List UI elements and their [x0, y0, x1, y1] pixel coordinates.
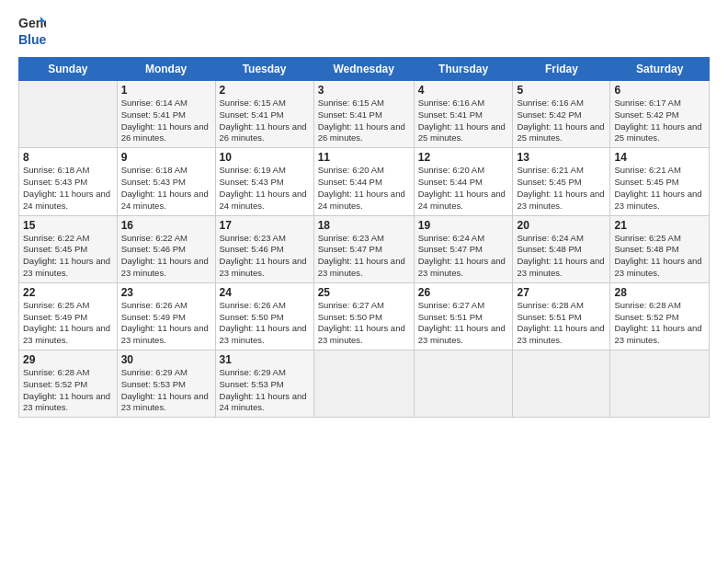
day-number: 19: [418, 219, 509, 232]
calendar-cell: 4Sunrise: 6:16 AMSunset: 5:41 PMDaylight…: [414, 81, 513, 148]
day-number: 9: [121, 151, 211, 164]
logo: General Blue: [18, 15, 46, 48]
day-number: 12: [418, 151, 509, 164]
day-number: 10: [220, 151, 310, 164]
day-number: 2: [220, 84, 310, 97]
cell-sun-info: Sunrise: 6:20 AMSunset: 5:44 PMDaylight:…: [418, 165, 509, 212]
day-number: 5: [517, 84, 606, 97]
day-number: 17: [220, 219, 310, 232]
calendar-cell: 17Sunrise: 6:23 AMSunset: 5:46 PMDayligh…: [215, 215, 313, 282]
calendar-cell: 30Sunrise: 6:29 AMSunset: 5:53 PMDayligh…: [117, 350, 215, 418]
cell-sun-info: Sunrise: 6:16 AMSunset: 5:42 PMDaylight:…: [517, 98, 606, 144]
cell-sun-info: Sunrise: 6:23 AMSunset: 5:46 PMDaylight:…: [220, 233, 310, 280]
calendar-cell: 21Sunrise: 6:25 AMSunset: 5:48 PMDayligh…: [610, 215, 710, 282]
day-number: 15: [23, 219, 113, 232]
cell-sun-info: Sunrise: 6:20 AMSunset: 5:44 PMDaylight:…: [318, 165, 410, 212]
cell-sun-info: Sunrise: 6:24 AMSunset: 5:48 PMDaylight:…: [517, 233, 606, 280]
calendar-table: SundayMondayTuesdayWednesdayThursdayFrid…: [18, 57, 710, 418]
day-number: 29: [23, 353, 113, 366]
gb-blue-icon: Blue: [18, 31, 46, 48]
calendar-cell: 9Sunrise: 6:18 AMSunset: 5:43 PMDaylight…: [117, 148, 215, 215]
column-header-sunday: Sunday: [19, 58, 118, 81]
cell-sun-info: Sunrise: 6:22 AMSunset: 5:46 PMDaylight:…: [121, 233, 211, 280]
calendar-cell: 3Sunrise: 6:15 AMSunset: 5:41 PMDaylight…: [313, 81, 414, 148]
day-number: 1: [121, 84, 211, 97]
calendar-week-row: 29Sunrise: 6:28 AMSunset: 5:52 PMDayligh…: [19, 350, 710, 418]
calendar-cell: 22Sunrise: 6:25 AMSunset: 5:49 PMDayligh…: [19, 282, 118, 350]
cell-sun-info: Sunrise: 6:27 AMSunset: 5:51 PMDaylight:…: [418, 300, 509, 347]
cell-sun-info: Sunrise: 6:29 AMSunset: 5:53 PMDaylight:…: [121, 367, 211, 414]
cell-sun-info: Sunrise: 6:28 AMSunset: 5:51 PMDaylight:…: [517, 300, 606, 347]
cell-sun-info: Sunrise: 6:24 AMSunset: 5:47 PMDaylight:…: [418, 233, 509, 280]
day-number: 8: [23, 151, 113, 164]
calendar-cell: 29Sunrise: 6:28 AMSunset: 5:52 PMDayligh…: [19, 350, 118, 418]
day-number: 20: [517, 219, 606, 232]
calendar-cell: 18Sunrise: 6:23 AMSunset: 5:47 PMDayligh…: [313, 215, 414, 282]
column-header-saturday: Saturday: [610, 58, 710, 81]
calendar-cell: [610, 350, 710, 418]
calendar-cell: 16Sunrise: 6:22 AMSunset: 5:46 PMDayligh…: [117, 215, 215, 282]
day-number: 11: [318, 151, 410, 164]
calendar-cell: [513, 350, 610, 418]
calendar-cell: 28Sunrise: 6:28 AMSunset: 5:52 PMDayligh…: [610, 282, 710, 350]
day-number: 28: [614, 286, 705, 299]
column-header-tuesday: Tuesday: [215, 58, 313, 81]
cell-sun-info: Sunrise: 6:17 AMSunset: 5:42 PMDaylight:…: [614, 98, 705, 144]
day-number: 14: [614, 151, 705, 164]
calendar-cell: 23Sunrise: 6:26 AMSunset: 5:49 PMDayligh…: [117, 282, 215, 350]
calendar-cell: 15Sunrise: 6:22 AMSunset: 5:45 PMDayligh…: [19, 215, 118, 282]
day-number: 26: [418, 286, 509, 299]
page: General Blue SundayMondayTuesdayWednesda…: [0, 0, 728, 563]
day-number: 23: [121, 286, 211, 299]
day-number: 24: [220, 286, 310, 299]
calendar-cell: [19, 81, 118, 148]
calendar-cell: 8Sunrise: 6:18 AMSunset: 5:43 PMDaylight…: [19, 148, 118, 215]
calendar-cell: 27Sunrise: 6:28 AMSunset: 5:51 PMDayligh…: [513, 282, 610, 350]
calendar-week-row: 1Sunrise: 6:14 AMSunset: 5:41 PMDaylight…: [19, 81, 710, 148]
day-number: 3: [318, 84, 410, 97]
calendar-cell: [414, 350, 513, 418]
day-number: 25: [318, 286, 410, 299]
calendar-cell: 1Sunrise: 6:14 AMSunset: 5:41 PMDaylight…: [117, 81, 215, 148]
cell-sun-info: Sunrise: 6:25 AMSunset: 5:48 PMDaylight:…: [614, 233, 705, 280]
calendar-cell: 24Sunrise: 6:26 AMSunset: 5:50 PMDayligh…: [215, 282, 313, 350]
cell-sun-info: Sunrise: 6:22 AMSunset: 5:45 PMDaylight:…: [23, 233, 113, 280]
cell-sun-info: Sunrise: 6:28 AMSunset: 5:52 PMDaylight:…: [23, 367, 113, 414]
day-number: 27: [517, 286, 606, 299]
cell-sun-info: Sunrise: 6:14 AMSunset: 5:41 PMDaylight:…: [121, 98, 211, 144]
column-header-wednesday: Wednesday: [313, 58, 414, 81]
cell-sun-info: Sunrise: 6:15 AMSunset: 5:41 PMDaylight:…: [220, 98, 310, 144]
calendar-cell: 6Sunrise: 6:17 AMSunset: 5:42 PMDaylight…: [610, 81, 710, 148]
day-number: 21: [614, 219, 705, 232]
cell-sun-info: Sunrise: 6:16 AMSunset: 5:41 PMDaylight:…: [418, 98, 509, 144]
day-number: 13: [517, 151, 606, 164]
cell-sun-info: Sunrise: 6:19 AMSunset: 5:43 PMDaylight:…: [220, 165, 310, 212]
gb-logo-icon: General: [18, 15, 46, 31]
calendar-week-row: 8Sunrise: 6:18 AMSunset: 5:43 PMDaylight…: [19, 148, 710, 215]
cell-sun-info: Sunrise: 6:25 AMSunset: 5:49 PMDaylight:…: [23, 300, 113, 347]
cell-sun-info: Sunrise: 6:23 AMSunset: 5:47 PMDaylight:…: [318, 233, 410, 280]
day-number: 30: [121, 353, 211, 366]
day-number: 4: [418, 84, 509, 97]
calendar-header-row: SundayMondayTuesdayWednesdayThursdayFrid…: [19, 58, 710, 81]
calendar-week-row: 15Sunrise: 6:22 AMSunset: 5:45 PMDayligh…: [19, 215, 710, 282]
svg-text:Blue: Blue: [18, 32, 46, 47]
calendar-cell: 13Sunrise: 6:21 AMSunset: 5:45 PMDayligh…: [513, 148, 610, 215]
column-header-friday: Friday: [513, 58, 610, 81]
calendar-cell: 12Sunrise: 6:20 AMSunset: 5:44 PMDayligh…: [414, 148, 513, 215]
calendar-cell: 14Sunrise: 6:21 AMSunset: 5:45 PMDayligh…: [610, 148, 710, 215]
calendar-week-row: 22Sunrise: 6:25 AMSunset: 5:49 PMDayligh…: [19, 282, 710, 350]
cell-sun-info: Sunrise: 6:21 AMSunset: 5:45 PMDaylight:…: [517, 165, 606, 212]
calendar-cell: 25Sunrise: 6:27 AMSunset: 5:50 PMDayligh…: [313, 282, 414, 350]
cell-sun-info: Sunrise: 6:28 AMSunset: 5:52 PMDaylight:…: [614, 300, 705, 347]
cell-sun-info: Sunrise: 6:18 AMSunset: 5:43 PMDaylight:…: [121, 165, 211, 212]
day-number: 6: [614, 84, 705, 97]
calendar-cell: 19Sunrise: 6:24 AMSunset: 5:47 PMDayligh…: [414, 215, 513, 282]
header: General Blue: [18, 15, 710, 48]
cell-sun-info: Sunrise: 6:21 AMSunset: 5:45 PMDaylight:…: [614, 165, 705, 212]
calendar-cell: 2Sunrise: 6:15 AMSunset: 5:41 PMDaylight…: [215, 81, 313, 148]
calendar-cell: [313, 350, 414, 418]
cell-sun-info: Sunrise: 6:27 AMSunset: 5:50 PMDaylight:…: [318, 300, 410, 347]
cell-sun-info: Sunrise: 6:18 AMSunset: 5:43 PMDaylight:…: [23, 165, 113, 212]
column-header-monday: Monday: [117, 58, 215, 81]
